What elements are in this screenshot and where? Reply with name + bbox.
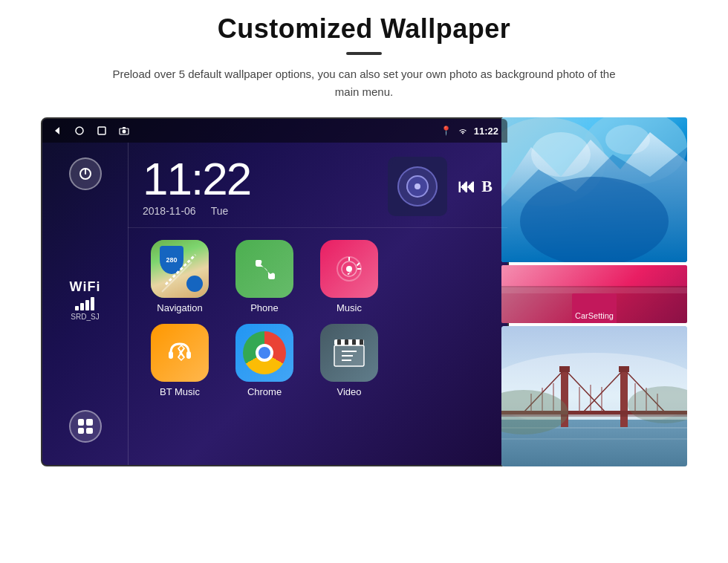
svg-rect-37 (501, 438, 687, 440)
radio-icon-inner (406, 175, 429, 198)
svg-rect-13 (186, 351, 191, 359)
wallpaper-ice[interactable] (501, 117, 687, 262)
video-icon (320, 324, 378, 382)
svg-text:♪: ♪ (346, 264, 352, 277)
chrome-outer-ring (243, 331, 286, 374)
svg-point-30 (520, 177, 669, 262)
svg-rect-40 (620, 368, 628, 427)
apps-grid-icon (78, 419, 93, 434)
status-bar-left (51, 125, 130, 137)
phone-icon (235, 240, 293, 298)
svg-rect-5 (123, 127, 126, 128)
wifi-ssid: SRD_SJ (71, 313, 99, 321)
media-controls: ⏮ B (458, 176, 493, 197)
svg-rect-18 (345, 339, 348, 345)
svg-point-32 (605, 125, 650, 154)
app-chrome[interactable]: Chrome (227, 324, 302, 397)
app-phone[interactable]: Phone (227, 240, 302, 313)
wifi-label: WiFi (70, 279, 101, 295)
clock-time: 11:22 (143, 156, 250, 202)
apps-button[interactable] (69, 410, 102, 443)
radio-dot (415, 183, 420, 189)
radio-icon-circle (397, 166, 438, 206)
svg-rect-17 (337, 339, 341, 345)
page-wrapper: Customized Wallpaper Preload over 5 defa… (0, 0, 728, 563)
radio-widget[interactable] (388, 157, 447, 216)
app-navigation[interactable]: 280 Navigation (143, 240, 217, 313)
device-main: 11:22 2018-11-06 Tue (128, 143, 507, 465)
wifi-bars (75, 297, 94, 310)
chrome-icon (235, 324, 293, 382)
nav-map: 280 (151, 240, 209, 298)
wifi-bar-2 (80, 303, 84, 310)
wallpaper-strip: CarSetting (501, 265, 687, 323)
page-title: Customized Wallpaper (218, 13, 511, 45)
status-bar: 📍 11:22 (42, 119, 507, 143)
media-label: B (481, 177, 493, 196)
svg-marker-0 (55, 127, 59, 134)
wifi-bar-1 (75, 306, 79, 310)
phone-label: Phone (250, 302, 279, 313)
app-video[interactable]: Video (312, 324, 386, 397)
app-bt-music[interactable]: BT Music (143, 324, 217, 397)
svg-rect-2 (98, 127, 105, 134)
apps-dot-2 (86, 419, 93, 426)
music-icon: ♪ (320, 240, 378, 298)
svg-rect-20 (360, 339, 363, 345)
navigation-icon: 280 (151, 240, 209, 298)
video-label: Video (337, 386, 361, 397)
wifi-bar-3 (85, 300, 89, 310)
page-subtitle: Preload over 5 default wallpaper options… (104, 65, 624, 101)
back-icon[interactable] (51, 125, 63, 137)
svg-rect-58 (501, 414, 687, 417)
title-divider (346, 52, 382, 55)
svg-point-1 (76, 127, 83, 134)
wallpaper-stack: CarSetting (501, 117, 687, 466)
wifi-signal-icon (458, 126, 468, 137)
svg-rect-12 (169, 351, 173, 359)
music-label: Music (337, 302, 362, 313)
sidebar: WiFi SRD_SJ (42, 143, 128, 465)
carsetting-label: CarSetting (575, 311, 614, 320)
location-icon: 📍 (441, 126, 452, 136)
status-time: 11:22 (474, 126, 498, 137)
power-button[interactable] (69, 157, 102, 190)
content-area: 📍 11:22 (41, 117, 687, 466)
recent-icon[interactable] (96, 125, 108, 137)
prev-track-button[interactable]: ⏮ (458, 176, 475, 197)
svg-point-31 (531, 132, 591, 177)
clock-date: 2018-11-06 Tue (143, 205, 250, 217)
svg-rect-19 (352, 339, 356, 345)
svg-point-4 (123, 130, 126, 134)
clock-widgets: ⏮ B (388, 157, 493, 216)
navigation-label: Navigation (157, 302, 202, 313)
clock-day-value: Tue (211, 205, 229, 217)
wallpaper-bridge[interactable] (501, 326, 687, 466)
wifi-bar-4 (91, 297, 94, 310)
apps-dot-3 (78, 428, 85, 435)
app-music[interactable]: ♪ Music (312, 240, 386, 313)
home-icon[interactable] (74, 125, 85, 137)
clock-date-value: 2018-11-06 (143, 205, 196, 217)
apps-dot-4 (86, 428, 93, 435)
device-mockup: 📍 11:22 (41, 117, 509, 466)
apps-dot-1 (78, 419, 85, 426)
wifi-widget: WiFi SRD_SJ (70, 279, 101, 321)
clock-info: 11:22 2018-11-06 Tue (143, 156, 250, 217)
bt-music-label: BT Music (160, 386, 200, 397)
chrome-inner-circle (256, 344, 273, 362)
device-separator (128, 143, 129, 465)
clock-section: 11:22 2018-11-06 Tue (128, 143, 507, 228)
apps-row-2: BT Music Chrome (143, 324, 493, 397)
chrome-label: Chrome (247, 386, 282, 397)
apps-section: 280 Navigation (128, 228, 507, 420)
bt-music-icon (151, 324, 209, 382)
screenshot-icon[interactable] (118, 125, 130, 137)
status-bar-right: 📍 11:22 (441, 126, 498, 137)
apps-row-1: 280 Navigation (143, 240, 493, 313)
